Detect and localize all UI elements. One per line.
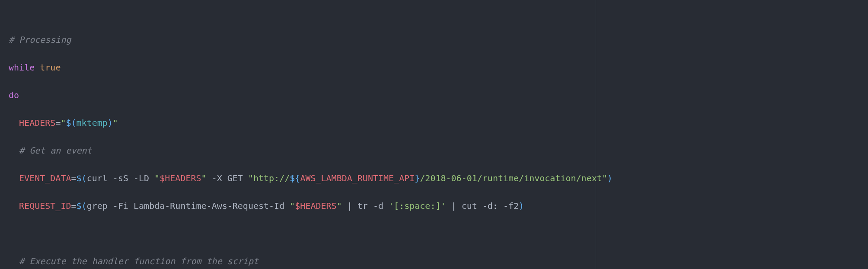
- code-line: # Execute the handler function from the …: [9, 254, 859, 268]
- comment: # Get an event: [19, 145, 92, 156]
- code-line: do: [9, 88, 859, 102]
- code-line: while true: [9, 61, 859, 74]
- cmd-mktemp: mktemp: [77, 118, 108, 128]
- var-headers: HEADERS: [19, 118, 55, 128]
- cmd-curl: curl -sS -LD: [87, 173, 155, 183]
- keyword-do: do: [9, 90, 19, 100]
- cmd-tr: tr -d: [357, 201, 389, 211]
- var-ref-runtime-api: AWS_LAMBDA_RUNTIME_API: [300, 173, 415, 183]
- var-ref-headers: $HEADERS: [295, 201, 336, 211]
- var-ref-headers: $HEADERS: [160, 173, 201, 183]
- code-line: # Processing: [9, 33, 859, 47]
- code-line: HEADERS="$(mktemp)": [9, 116, 859, 130]
- code-line: REQUEST_ID=$(grep -Fi Lambda-Runtime-Aws…: [9, 199, 859, 213]
- cmd-grep: grep -Fi Lambda-Runtime-Aws-Request-Id: [87, 201, 290, 211]
- var-event-data: EVENT_DATA: [19, 173, 71, 183]
- comment: # Processing: [9, 35, 71, 45]
- keyword-while: while: [9, 62, 35, 73]
- var-request-id: REQUEST_ID: [19, 201, 71, 211]
- comment: # Execute the handler function from the …: [19, 256, 258, 266]
- code-line: EVENT_DATA=$(curl -sS -LD "$HEADERS" -X …: [9, 171, 859, 185]
- code-line: # Get an event: [9, 144, 859, 157]
- code-editor[interactable]: # Processing while true do HEADERS="$(mk…: [0, 0, 868, 269]
- cmd-cut: cut -d: -f2: [462, 201, 519, 211]
- blank-line: [9, 227, 859, 240]
- keyword-true: true: [40, 62, 61, 73]
